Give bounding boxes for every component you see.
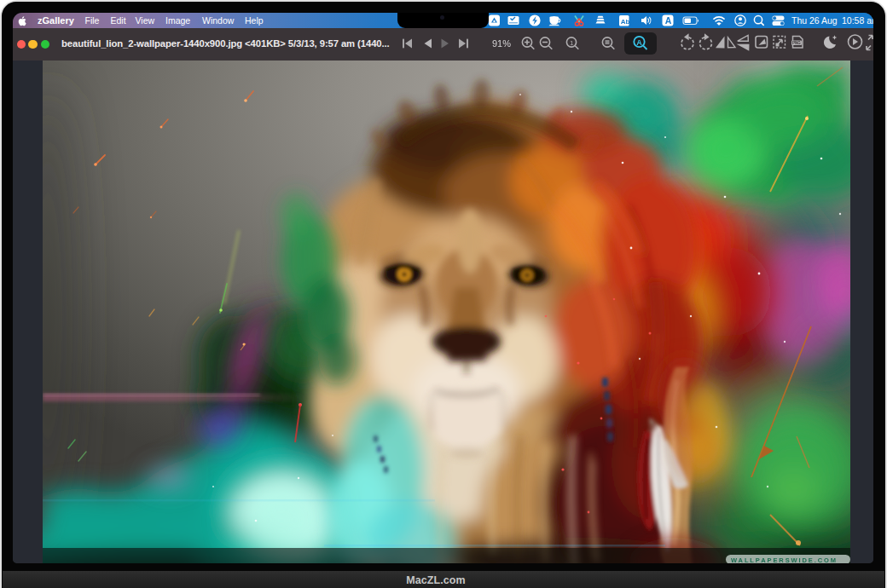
svg-text:Window: Window xyxy=(202,15,235,26)
svg-text:Edit: Edit xyxy=(111,15,126,26)
svg-text:Image: Image xyxy=(165,15,190,26)
svg-text:1: 1 xyxy=(570,39,574,47)
svg-text:A: A xyxy=(665,15,672,26)
svg-text:View: View xyxy=(136,15,155,26)
svg-text:PNG: PNG xyxy=(792,41,801,45)
svg-text:Thu 26 Aug: Thu 26 Aug xyxy=(791,15,838,26)
svg-text:Help: Help xyxy=(245,15,264,26)
svg-text:zGallery: zGallery xyxy=(38,15,75,26)
svg-text:Ab: Ab xyxy=(621,18,630,26)
svg-text:91%: 91% xyxy=(492,38,511,49)
svg-text:A: A xyxy=(636,38,642,47)
svg-text:10:58 am: 10:58 am xyxy=(842,15,873,26)
svg-text:File: File xyxy=(85,15,100,26)
svg-text:WALLPAPERSWIDE.COM: WALLPAPERSWIDE.COM xyxy=(731,556,838,563)
